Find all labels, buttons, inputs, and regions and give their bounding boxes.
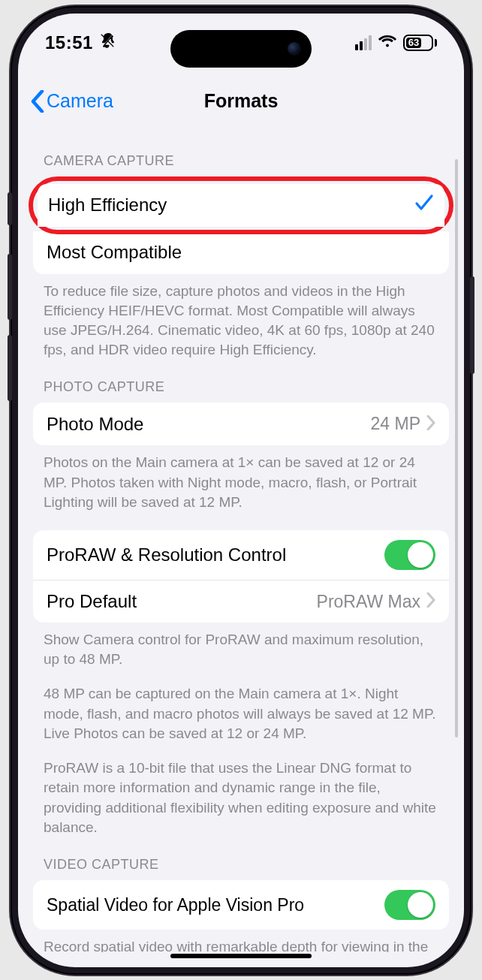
- side-button-volume-down: [8, 335, 12, 401]
- chevron-right-icon: [426, 414, 435, 435]
- cellular-signal-icon: [355, 35, 372, 50]
- side-button-silence: [8, 192, 12, 225]
- wifi-icon: [378, 34, 397, 52]
- row-label: Most Compatible: [47, 242, 435, 263]
- back-label: Camera: [47, 90, 113, 112]
- silent-mode-icon: [99, 32, 116, 53]
- side-button-power: [470, 276, 474, 374]
- group-video-capture: Spatial Video for Apple Vision Pro: [33, 880, 449, 930]
- annotation-highlight: High Efficiency: [29, 176, 453, 234]
- scrollbar[interactable]: [455, 159, 458, 737]
- row-pro-default[interactable]: Pro Default ProRAW Max: [33, 580, 449, 623]
- row-photo-mode[interactable]: Photo Mode 24 MP: [33, 403, 449, 445]
- row-spatial-video[interactable]: Spatial Video for Apple Vision Pro: [33, 880, 449, 930]
- chevron-right-icon: [426, 591, 435, 612]
- section-header-photo-capture: PHOTO CAPTURE: [18, 364, 464, 403]
- phone-frame: 15:51 63 Came: [11, 6, 471, 975]
- chevron-left-icon: [30, 90, 45, 113]
- section-header-video-capture: VIDEO CAPTURE: [18, 842, 464, 880]
- footer-camera-capture: To reduce file size, capture photos and …: [18, 274, 464, 365]
- footer-proraw-1: Show Camera control for ProRAW and maxim…: [18, 623, 464, 674]
- checkmark-icon: [414, 194, 434, 216]
- group-proraw: ProRAW & Resolution Control Pro Default …: [33, 530, 449, 623]
- toggle-switch-on[interactable]: [384, 540, 435, 570]
- row-value: ProRAW Max: [317, 592, 420, 612]
- group-photo-mode: Photo Mode 24 MP: [33, 403, 449, 445]
- section-header-camera-capture: CAMERA CAPTURE: [18, 134, 464, 176]
- navigation-bar: Camera Formats: [18, 80, 464, 123]
- row-label: ProRAW & Resolution Control: [47, 544, 384, 565]
- row-label: Photo Mode: [47, 414, 371, 435]
- back-button[interactable]: Camera: [30, 90, 113, 113]
- row-label: Pro Default: [47, 591, 317, 612]
- footer-photo-mode: Photos on the Main camera at 1× can be s…: [18, 445, 464, 517]
- dynamic-island: [170, 30, 312, 68]
- front-camera-icon: [288, 42, 301, 56]
- footer-proraw-2: 48 MP can be captured on the Main camera…: [18, 674, 464, 748]
- row-label: High Efficiency: [48, 194, 414, 216]
- home-indicator[interactable]: [170, 954, 312, 958]
- row-value: 24 MP: [371, 414, 420, 434]
- side-button-volume-up: [8, 254, 12, 320]
- group-camera-capture: Most Compatible: [33, 231, 449, 274]
- footer-spatial-video: Record spatial video with remarkable dep…: [18, 930, 464, 952]
- screen: 15:51 63 Came: [18, 14, 464, 967]
- status-time: 15:51: [45, 32, 93, 53]
- row-most-compatible[interactable]: Most Compatible: [33, 231, 449, 274]
- content-scroll[interactable]: CAMERA CAPTURE High Efficiency Most Comp…: [18, 126, 464, 952]
- battery-icon: 63: [403, 35, 437, 51]
- row-label: Spatial Video for Apple Vision Pro: [47, 895, 384, 915]
- footer-proraw-3: ProRAW is a 10-bit file that uses the Li…: [18, 748, 464, 842]
- toggle-switch-on[interactable]: [384, 890, 435, 920]
- row-proraw-control[interactable]: ProRAW & Resolution Control: [33, 530, 449, 580]
- row-high-efficiency[interactable]: High Efficiency: [38, 184, 444, 227]
